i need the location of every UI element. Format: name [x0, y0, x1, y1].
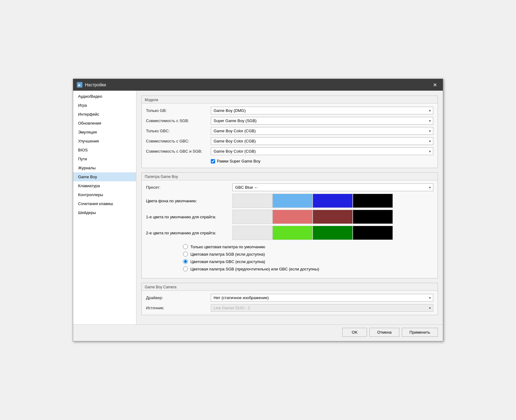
bg-colors-row: Цвета фона по умолчанию:	[146, 194, 433, 208]
sgb-compat-select[interactable]: Super Game Boy (SGB) Super Game Boy 2	[211, 117, 433, 125]
sprite1-color-1[interactable]	[232, 210, 273, 224]
bg-color-4[interactable]	[353, 194, 393, 208]
radio-row-2: Цветовая палитра SGB (если доступна)	[183, 252, 433, 257]
palette-radio-group: Только цветовая палитра по умолчанию Цве…	[146, 242, 433, 275]
sprite2-color-4[interactable]	[353, 226, 393, 240]
apply-button[interactable]: Применить	[402, 328, 438, 337]
radio-sgb-or-gbc-palette[interactable]	[183, 266, 188, 271]
sidebar-item-bios[interactable]: BIOS	[73, 146, 136, 154]
sprite2-color-2[interactable]	[273, 226, 313, 240]
radio-label-4[interactable]: Цветовая палитра SGB (предпочтительно) и…	[190, 267, 319, 271]
sprite1-colors-label: 1-е цвета по умолчанию для спрайта:	[146, 215, 232, 219]
gbc-only-select[interactable]: Game Boy Color (CGB)	[211, 127, 433, 135]
source-select[interactable]: Live Gamer DUO - 2	[211, 304, 433, 312]
radio-label-1[interactable]: Только цветовая палитра по умолчанию	[190, 245, 265, 249]
gbc-only-select-wrapper: Game Boy Color (CGB)	[211, 127, 433, 135]
gb-only-label: Только GB:	[146, 108, 211, 113]
sprite2-colors-label: 2-е цвета по умолчанию для спрайта:	[146, 231, 232, 235]
app-icon: ▶	[77, 82, 82, 88]
sidebar-item-gameboy[interactable]: Game Boy	[73, 172, 136, 181]
radio-sgb-palette[interactable]	[183, 252, 188, 257]
window-body: Аудио/Видео Игра Интерфейс Обновления Эм…	[73, 91, 443, 324]
bg-color-1[interactable]	[232, 194, 273, 208]
driver-select[interactable]: Нет (статичное изображение) Веб-камера	[211, 294, 433, 302]
camera-section-title: Game Boy Camera	[142, 283, 438, 291]
sidebar-item-hotkeys[interactable]: Сочетания клавиш	[73, 199, 136, 208]
driver-select-wrapper: Нет (статичное изображение) Веб-камера	[211, 294, 433, 302]
sidebar-item-game[interactable]: Игра	[73, 101, 136, 110]
radio-label-3[interactable]: Цветовая палитра GBC (если доступна)	[190, 259, 265, 264]
radio-default-only[interactable]	[183, 244, 188, 249]
gbc-sgb-compat-control: Game Boy Color (CGB)	[211, 147, 433, 155]
camera-section-body: Драйвер: Нет (статичное изображение) Веб…	[142, 291, 438, 315]
sidebar-item-paths[interactable]: Пути	[73, 154, 136, 163]
palette-section-body: Пресет: GBC Blue ← GBC Red GBC Green Cus…	[142, 180, 438, 278]
sprite2-color-3[interactable]	[313, 226, 353, 240]
gb-only-row: Только GB: Game Boy (DMG) Game Boy Pocke…	[146, 107, 433, 114]
gb-only-select-wrapper: Game Boy (DMG) Game Boy Pocket Game Boy …	[211, 107, 433, 114]
sidebar-item-shaders[interactable]: Шейдеры	[73, 208, 136, 217]
radio-row-1: Только цветовая палитра по умолчанию	[183, 244, 433, 249]
source-row: Источник: Live Gamer DUO - 2	[146, 304, 433, 312]
ok-button[interactable]: OK	[342, 328, 367, 337]
sidebar-item-keyboard[interactable]: Клавиатура	[73, 181, 136, 190]
gb-only-control: Game Boy (DMG) Game Boy Pocket Game Boy …	[211, 107, 433, 114]
bg-colors-label: Цвета фона по умолчанию:	[146, 199, 232, 203]
radio-gbc-palette[interactable]	[183, 259, 188, 264]
sidebar-item-logs[interactable]: Журналы	[73, 163, 136, 172]
models-section-body: Только GB: Game Boy (DMG) Game Boy Pocke…	[142, 104, 438, 168]
sprite1-color-swatches	[232, 210, 393, 224]
sgb-frames-label[interactable]: Рамки Super Game Boy	[217, 159, 260, 163]
title-bar: ▶ Настройки ✕	[73, 79, 443, 91]
sidebar-item-improvements[interactable]: Улучшения	[73, 137, 136, 146]
sprite1-color-4[interactable]	[353, 210, 393, 224]
source-label: Источник:	[146, 306, 211, 310]
sprite1-color-3[interactable]	[313, 210, 353, 224]
footer: OK Отмена Применить	[73, 324, 443, 341]
sidebar-item-updates[interactable]: Обновления	[73, 119, 136, 128]
radio-row-3: Цветовая палитра GBC (если доступна)	[183, 259, 433, 264]
radio-label-2[interactable]: Цветовая палитра SGB (если доступна)	[190, 252, 265, 257]
driver-row: Драйвер: Нет (статичное изображение) Веб…	[146, 294, 433, 302]
models-section-title: Модели	[142, 96, 438, 104]
driver-control: Нет (статичное изображение) Веб-камера	[211, 294, 433, 302]
gbc-only-control: Game Boy Color (CGB)	[211, 127, 433, 135]
close-button[interactable]: ✕	[431, 81, 439, 88]
source-select-wrapper: Live Gamer DUO - 2	[211, 304, 433, 312]
sgb-frames-checkbox[interactable]	[211, 159, 215, 163]
sidebar-item-interface[interactable]: Интерфейс	[73, 110, 136, 119]
sprite1-color-2[interactable]	[273, 210, 313, 224]
preset-label: Пресет:	[146, 185, 232, 190]
sprite2-color-1[interactable]	[232, 226, 273, 240]
gbc-compat-control: Game Boy Color (CGB)	[211, 137, 433, 145]
gbc-compat-row: Совместимость с GBC: Game Boy Color (CGB…	[146, 137, 433, 145]
main-content: Модели Только GB: Game Boy (DMG) Game Bo…	[136, 91, 443, 324]
preset-control: GBC Blue ← GBC Red GBC Green Custom	[232, 183, 433, 191]
palette-section-title: Палитра Game Boy	[142, 173, 438, 180]
palette-section: Палитра Game Boy Пресет: GBC Blue ← GBC …	[141, 172, 438, 278]
driver-label: Драйвер:	[146, 295, 211, 300]
sgb-compat-label: Совместимость с SGB:	[146, 118, 211, 123]
sidebar-item-controllers[interactable]: Контроллеры	[73, 190, 136, 199]
gbc-sgb-compat-select[interactable]: Game Boy Color (CGB)	[211, 147, 433, 155]
cancel-button[interactable]: Отмена	[369, 328, 399, 337]
gb-only-select[interactable]: Game Boy (DMG) Game Boy Pocket Game Boy …	[211, 107, 433, 114]
sprite2-color-swatches	[232, 226, 393, 240]
settings-window: ▶ Настройки ✕ Аудио/Видео Игра Интерфейс…	[73, 79, 443, 341]
gbc-sgb-compat-select-wrapper: Game Boy Color (CGB)	[211, 147, 433, 155]
gbc-compat-label: Совместимость с GBC:	[146, 139, 211, 143]
camera-section: Game Boy Camera Драйвер: Нет (статичное …	[141, 283, 438, 315]
gbc-only-row: Только GBC: Game Boy Color (CGB)	[146, 127, 433, 135]
sidebar-item-emulation[interactable]: Эмуляция	[73, 128, 136, 137]
sgb-frames-row: Рамки Super Game Boy	[211, 158, 433, 165]
bg-color-2[interactable]	[273, 194, 313, 208]
gbc-only-label: Только GBC:	[146, 129, 211, 133]
gbc-sgb-compat-row: Совместимость с GBC и SGB: Game Boy Colo…	[146, 147, 433, 155]
bg-color-3[interactable]	[313, 194, 353, 208]
preset-select[interactable]: GBC Blue ← GBC Red GBC Green Custom	[232, 183, 433, 191]
sidebar-item-audio-video[interactable]: Аудио/Видео	[73, 92, 136, 101]
gbc-sgb-compat-label: Совместимость с GBC и SGB:	[146, 149, 211, 154]
window-title: Настройки	[85, 82, 106, 87]
gbc-compat-select[interactable]: Game Boy Color (CGB)	[211, 137, 433, 145]
sprite1-colors-row: 1-е цвета по умолчанию для спрайта:	[146, 210, 433, 224]
